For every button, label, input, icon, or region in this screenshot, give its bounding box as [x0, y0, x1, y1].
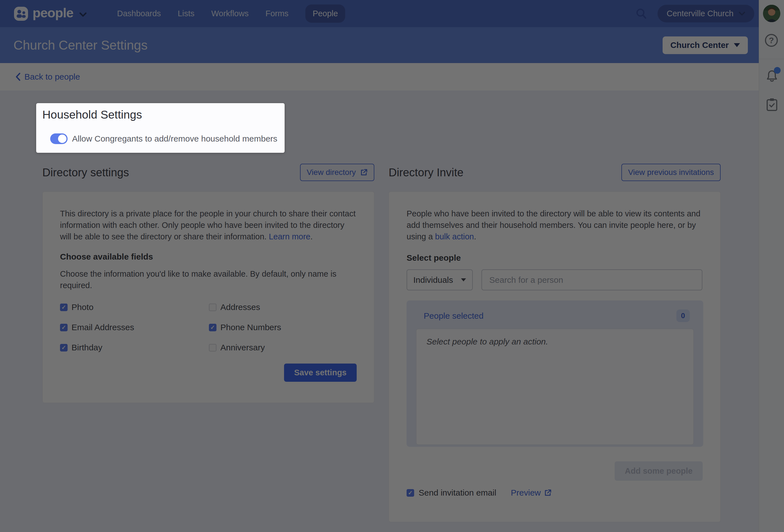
dim-overlay [0, 0, 784, 532]
household-settings-panel: Household Settings Allow Congregants to … [36, 103, 285, 153]
household-toggle[interactable] [50, 134, 67, 144]
toggle-knob [58, 135, 66, 143]
household-toggle-label: Allow Congregants to add/remove househol… [72, 134, 277, 144]
household-settings-heading: Household Settings [36, 103, 285, 121]
